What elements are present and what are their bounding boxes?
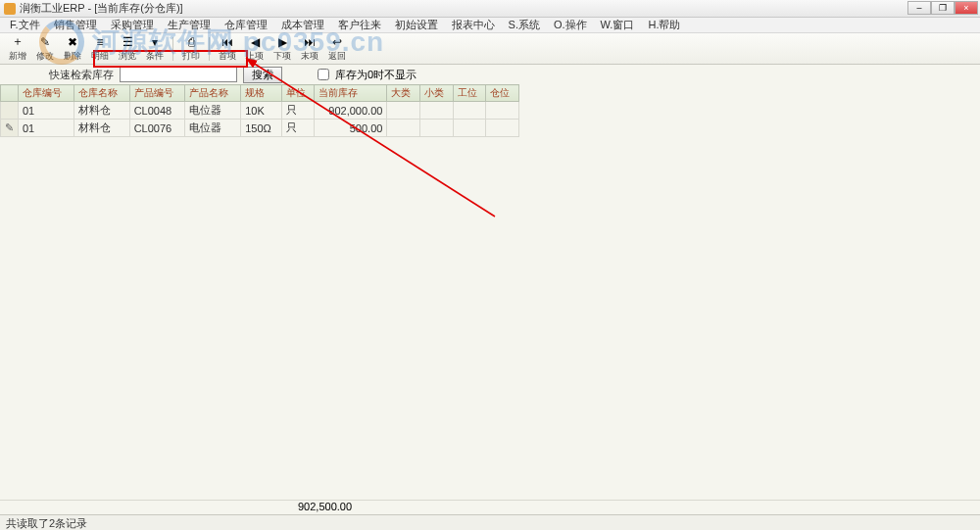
menu-operate[interactable]: O.操作 (548, 17, 593, 33)
cell-wh-name: 材料仓 (74, 102, 129, 120)
menu-purchase[interactable]: 采购管理 (105, 17, 160, 33)
toolbar-add[interactable]: ＋新增 (6, 35, 29, 63)
toolbar-condition[interactable]: ▾条件 (143, 35, 167, 63)
inventory-table: 仓库编号 仓库名称 产品编号 产品名称 规格 单位 当前库存 大类 小类 工位 … (0, 84, 519, 137)
menu-customer[interactable]: 客户往来 (332, 17, 387, 33)
table-header-row: 仓库编号 仓库名称 产品编号 产品名称 规格 单位 当前库存 大类 小类 工位 … (1, 85, 519, 102)
titlebar: 润衡工业ERP - [当前库存(分仓库)] – ❐ × (0, 0, 980, 18)
col-wh-name[interactable]: 仓库名称 (74, 85, 129, 102)
detail-icon: ≡ (93, 35, 107, 49)
cell-cat2 (420, 120, 454, 137)
toolbar-delete[interactable]: ✖删除 (61, 35, 84, 63)
toolbar: ＋新增 ✎修改 ✖删除 ≡明细 ☰浏览 ▾条件 ⎙打印 ⏮首项 ◀上项 ▶下项 … (0, 33, 980, 65)
cell-prod-name: 电位器 (185, 102, 241, 120)
table-row[interactable]: ✎01材料仓CL0076电位器150Ω只500.00 (1, 120, 519, 137)
maximize-button[interactable]: ❐ (931, 1, 955, 15)
cell-prod-no: CL0048 (129, 102, 185, 120)
col-prod-name[interactable]: 产品名称 (185, 85, 241, 102)
cell-station (453, 102, 486, 120)
row-marker (1, 102, 19, 120)
minimize-button[interactable]: – (907, 1, 931, 15)
toolbar-browse[interactable]: ☰浏览 (116, 35, 139, 63)
delete-icon: ✖ (66, 35, 79, 49)
menu-warehouse[interactable]: 仓库管理 (219, 17, 273, 33)
toolbar-first[interactable]: ⏮首项 (216, 35, 239, 63)
first-icon: ⏮ (220, 35, 234, 49)
next-icon: ▶ (275, 35, 289, 49)
total-stock: 902,500.00 (298, 501, 347, 512)
menu-init[interactable]: 初始设置 (389, 17, 444, 33)
prev-icon: ◀ (248, 35, 262, 49)
hide-zero-label: 库存为0时不显示 (335, 68, 416, 82)
toolbar-detail[interactable]: ≡明细 (88, 35, 112, 63)
toolbar-print[interactable]: ⎙打印 (179, 35, 203, 63)
menu-production[interactable]: 生产管理 (162, 17, 217, 33)
menu-cost[interactable]: 成本管理 (275, 17, 330, 33)
toolbar-modify[interactable]: ✎修改 (33, 35, 57, 63)
status-text: 共读取了2条记录 (6, 517, 87, 529)
row-marker: ✎ (1, 120, 19, 137)
menu-window[interactable]: W.窗口 (595, 17, 641, 33)
toolbar-separator (172, 37, 173, 61)
return-icon: ↩ (330, 35, 344, 49)
menubar: F.文件 销售管理 采购管理 生产管理 仓库管理 成本管理 客户往来 初始设置 … (0, 18, 980, 33)
toolbar-prev[interactable]: ◀上项 (243, 35, 267, 63)
cell-stock: 500.00 (315, 120, 387, 137)
add-icon: ＋ (11, 35, 24, 49)
col-prod-no[interactable]: 产品编号 (129, 85, 185, 102)
col-stock[interactable]: 当前库存 (315, 85, 387, 102)
col-cat1[interactable]: 大类 (387, 85, 420, 102)
cell-unit: 只 (281, 102, 315, 120)
menu-help[interactable]: H.帮助 (642, 17, 686, 33)
searchbar: 快速检索库存 搜索 库存为0时不显示 (0, 65, 980, 84)
menu-system[interactable]: S.系统 (503, 17, 546, 33)
window-title: 润衡工业ERP - [当前库存(分仓库)] (20, 1, 183, 16)
col-wh-no[interactable]: 仓库编号 (19, 85, 74, 102)
col-location[interactable]: 仓位 (486, 85, 519, 102)
menu-report[interactable]: 报表中心 (446, 17, 501, 33)
col-station[interactable]: 工位 (453, 85, 486, 102)
cell-cat1 (387, 102, 420, 120)
cell-station (453, 120, 486, 137)
col-unit[interactable]: 单位 (281, 85, 315, 102)
cell-prod-no: CL0076 (129, 120, 185, 137)
table-row[interactable]: 01材料仓CL0048电位器10K只902,000.00 (1, 102, 519, 120)
table-footer: 902,500.00 (0, 500, 980, 513)
cell-wh-no: 01 (19, 102, 74, 120)
cell-wh-name: 材料仓 (74, 120, 129, 137)
cell-unit: 只 (281, 120, 315, 137)
search-label: 快速检索库存 (49, 68, 114, 82)
toolbar-separator (209, 37, 210, 61)
cell-prod-name: 电位器 (185, 120, 241, 137)
search-button[interactable]: 搜索 (243, 67, 282, 83)
toolbar-next[interactable]: ▶下项 (270, 35, 294, 63)
col-cat2[interactable]: 小类 (420, 85, 454, 102)
search-input[interactable] (120, 67, 237, 82)
filter-icon: ▾ (148, 35, 162, 49)
table-body: 01材料仓CL0048电位器10K只902,000.00✎01材料仓CL0076… (1, 102, 519, 137)
col-spec[interactable]: 规格 (241, 85, 281, 102)
cell-cat2 (420, 102, 454, 120)
col-marker (1, 85, 19, 102)
window-controls: – ❐ × (907, 1, 978, 15)
toolbar-return[interactable]: ↩返回 (325, 35, 349, 63)
statusbar: 共读取了2条记录 (0, 514, 980, 530)
cell-spec: 150Ω (241, 120, 281, 137)
cell-spec: 10K (241, 102, 281, 120)
menu-sales[interactable]: 销售管理 (48, 17, 103, 33)
cell-location (486, 102, 519, 120)
cell-cat1 (387, 120, 420, 137)
hide-zero-checkbox[interactable] (318, 69, 329, 80)
app-icon (4, 3, 16, 15)
toolbar-last[interactable]: ⏭末项 (298, 35, 321, 63)
data-table-wrap: 仓库编号 仓库名称 产品编号 产品名称 规格 单位 当前库存 大类 小类 工位 … (0, 84, 980, 525)
browse-icon: ☰ (121, 35, 134, 49)
menu-file[interactable]: F.文件 (4, 17, 46, 33)
cell-location (486, 120, 519, 137)
edit-icon: ✎ (38, 35, 52, 49)
close-button[interactable]: × (955, 1, 978, 15)
print-icon: ⎙ (184, 35, 198, 49)
cell-wh-no: 01 (19, 120, 74, 137)
cell-stock: 902,000.00 (315, 102, 387, 120)
last-icon: ⏭ (303, 35, 317, 49)
